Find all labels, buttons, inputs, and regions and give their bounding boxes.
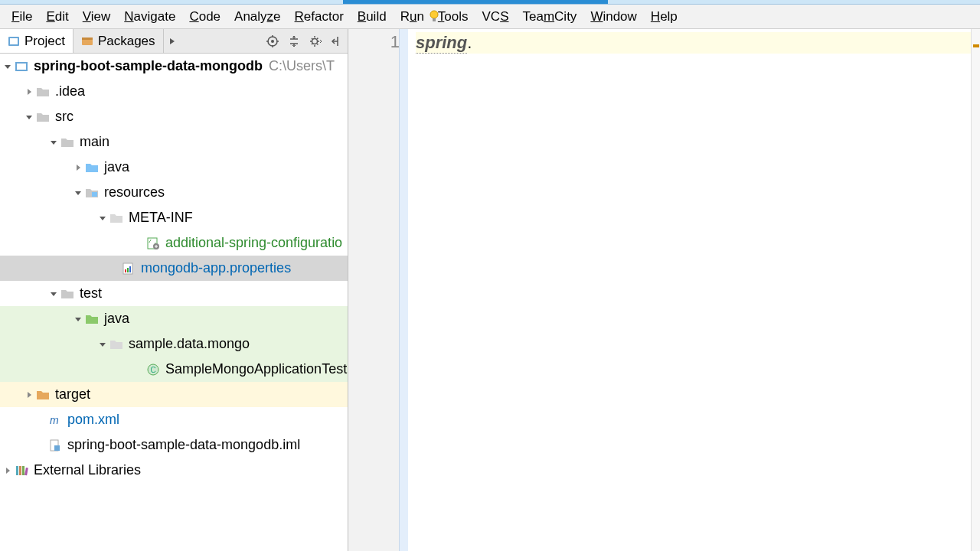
- view-mode-dropdown[interactable]: [164, 29, 181, 53]
- libraries-icon: [14, 464, 29, 478]
- svg-point-0: [430, 11, 438, 18]
- iml-label: spring-boot-sample-data-mongodb.iml: [67, 432, 300, 458]
- tab-packages[interactable]: Packages: [74, 29, 164, 53]
- chevron-down-icon[interactable]: [47, 136, 60, 148]
- src-label: src: [55, 104, 74, 129]
- package-label: sample.data.mongo: [129, 331, 250, 357]
- menu-analyze[interactable]: Analyze: [227, 8, 288, 26]
- menu-help[interactable]: Help: [644, 8, 684, 26]
- tree-main[interactable]: main: [0, 129, 348, 155]
- excluded-folder-icon: [35, 388, 51, 402]
- additional-config-label: additional-spring-configuratio: [165, 230, 342, 256]
- module-icon: [14, 60, 29, 73]
- tree-metainf[interactable]: META-INF: [0, 205, 348, 230]
- svg-rect-11: [92, 192, 97, 197]
- menu-file[interactable]: File: [5, 8, 39, 26]
- code-area[interactable]: spring.: [408, 29, 980, 551]
- svg-point-8: [312, 38, 318, 44]
- chevron-down-icon[interactable]: [23, 111, 35, 123]
- tab-project[interactable]: Project: [0, 29, 74, 53]
- source-folder-icon: [84, 161, 100, 174]
- warning-marker[interactable]: [973, 44, 979, 47]
- properties-file-label: mongodb-app.properties: [141, 256, 291, 281]
- svg-rect-15: [125, 269, 126, 272]
- json-file-icon: [145, 236, 161, 250]
- menu-window[interactable]: Window: [583, 8, 643, 26]
- tree-external-libs[interactable]: External Libraries: [0, 458, 348, 483]
- root-path: C:\Users\T: [269, 54, 335, 79]
- chevron-right-icon[interactable]: [2, 465, 14, 477]
- chevron-down-icon[interactable]: [72, 313, 84, 325]
- menu-view[interactable]: View: [76, 8, 118, 26]
- class-icon: C: [145, 363, 161, 377]
- tree-test[interactable]: test: [0, 281, 348, 306]
- chevron-right-icon[interactable]: [23, 86, 35, 98]
- svg-rect-10: [17, 64, 26, 70]
- menu-vcs[interactable]: VCS: [475, 8, 516, 26]
- folder-icon: [60, 287, 75, 301]
- chevron-right-icon[interactable]: [23, 389, 35, 401]
- hide-icon[interactable]: [326, 29, 348, 53]
- project-tree[interactable]: spring-boot-sample-data-mongodb C:\Users…: [0, 54, 348, 551]
- svg-rect-26: [24, 467, 28, 474]
- tree-idea[interactable]: .idea: [0, 79, 348, 104]
- folder-icon: [35, 110, 51, 124]
- tree-java[interactable]: java: [0, 155, 348, 180]
- java-label: java: [104, 155, 129, 180]
- pom-label: pom.xml: [67, 407, 119, 432]
- menu-build[interactable]: Build: [351, 8, 394, 26]
- tree-root[interactable]: spring-boot-sample-data-mongodb C:\Users…: [0, 54, 348, 79]
- tree-package[interactable]: sample.data.mongo: [0, 331, 348, 357]
- svg-text:m: m: [50, 414, 59, 426]
- tree-iml[interactable]: spring-boot-sample-data-mongodb.iml: [0, 432, 348, 458]
- chevron-down-icon[interactable]: [96, 338, 109, 350]
- tree-pom[interactable]: m pom.xml: [0, 407, 348, 432]
- chevron-down-icon[interactable]: [72, 187, 84, 199]
- tree-src[interactable]: src: [0, 104, 348, 129]
- metainf-label: META-INF: [129, 205, 193, 230]
- test-source-folder-icon: [84, 312, 100, 326]
- tree-target[interactable]: target: [0, 382, 348, 407]
- locate-icon[interactable]: [262, 29, 283, 53]
- chevron-down-icon[interactable]: [2, 60, 14, 73]
- svg-rect-25: [22, 466, 24, 475]
- project-tabs: Project Packages: [0, 29, 348, 54]
- tree-additional-config[interactable]: additional-spring-configuratio: [0, 230, 348, 256]
- tree-test-java[interactable]: java: [0, 306, 348, 331]
- menu-navigate[interactable]: Navigate: [117, 8, 182, 26]
- code-token-key: spring: [416, 33, 467, 54]
- code-editor[interactable]: 1 spring.: [348, 29, 980, 551]
- menu-refactor[interactable]: Refactor: [288, 8, 351, 26]
- project-tab-icon: [8, 35, 20, 47]
- tip-bulb-icon[interactable]: [427, 9, 441, 23]
- svg-rect-24: [19, 466, 21, 475]
- resources-folder-icon: [84, 186, 100, 200]
- svg-rect-16: [127, 268, 129, 272]
- settings-icon[interactable]: [305, 29, 326, 53]
- svg-rect-1: [433, 18, 436, 21]
- svg-rect-3: [10, 38, 18, 44]
- tab-project-label: Project: [24, 34, 65, 49]
- menu-edit[interactable]: Edit: [39, 8, 75, 26]
- code-line-1[interactable]: spring.: [416, 32, 980, 54]
- idea-label: .idea: [55, 79, 85, 104]
- root-name: spring-boot-sample-data-mongodb: [34, 54, 263, 79]
- packages-tab-icon: [81, 35, 93, 47]
- tree-resources[interactable]: resources: [0, 180, 348, 205]
- maven-icon: m: [47, 413, 63, 427]
- tree-properties-file[interactable]: mongodb-app.properties: [0, 256, 348, 281]
- svg-rect-17: [129, 266, 131, 272]
- menu-code[interactable]: Code: [182, 8, 227, 26]
- tree-test-class[interactable]: C SampleMongoApplicationTest: [0, 357, 348, 382]
- chevron-right-icon[interactable]: [72, 161, 84, 174]
- collapse-all-icon[interactable]: [283, 29, 305, 53]
- chevron-down-icon[interactable]: [96, 212, 109, 224]
- menu-bar[interactable]: File Edit View Navigate Code Analyze Ref…: [0, 5, 980, 29]
- menu-run[interactable]: Run: [394, 8, 431, 26]
- error-stripe[interactable]: [971, 29, 980, 551]
- chevron-down-icon[interactable]: [47, 288, 60, 300]
- menu-teamcity[interactable]: TeamCity: [516, 8, 584, 26]
- fold-strip[interactable]: [399, 29, 408, 551]
- test-class-label: SampleMongoApplicationTest: [165, 357, 347, 382]
- editor-gutter[interactable]: 1: [348, 29, 408, 551]
